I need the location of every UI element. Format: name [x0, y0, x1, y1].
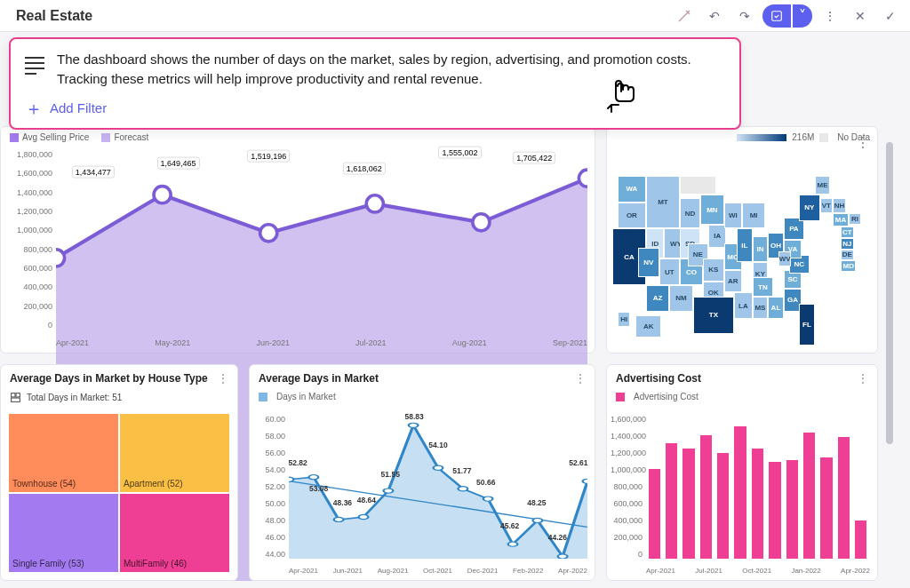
bar[interactable]	[700, 435, 712, 559]
plus-icon: ＋	[25, 99, 43, 117]
svg-point-6	[473, 214, 490, 231]
svg-point-22	[508, 542, 518, 546]
us-map[interactable]: WA OR MT ID WY CA NV UT CO AZ NM ND SD N…	[612, 161, 872, 349]
svg-point-3	[154, 187, 171, 203]
days-in-market-card: Average Days in Market⋮ Days in Market 6…	[249, 364, 595, 581]
svg-point-17	[384, 489, 394, 493]
svg-point-23	[533, 518, 543, 522]
treemap-subtitle: Total Days in Market: 51	[1, 392, 237, 409]
treemap-cell[interactable]: Apartment (52)	[119, 413, 230, 493]
svg-rect-8	[12, 393, 15, 397]
magic-icon[interactable]	[672, 4, 697, 28]
export-dropdown-icon[interactable]: ˅	[793, 4, 812, 28]
svg-rect-9	[16, 393, 20, 397]
treemap-cell[interactable]: Single Family (53)	[8, 493, 119, 573]
advertising-cost-card: Advertising Cost⋮ Advertising Cost 1,600…	[606, 364, 878, 581]
svg-point-24	[558, 554, 568, 559]
kebab-icon[interactable]: ⋮	[818, 4, 842, 28]
bar[interactable]	[803, 433, 815, 559]
add-filter-label: Add Filter	[50, 100, 107, 115]
svg-point-2	[56, 250, 65, 266]
treemap-cell[interactable]: MultiFamily (46)	[119, 493, 230, 573]
svg-rect-0	[772, 11, 782, 20]
bar[interactable]	[786, 460, 798, 559]
avg-selling-price-chart: Avg Selling Price Forecast 1,800,0001,60…	[0, 126, 595, 354]
redo-icon[interactable]: ↷	[732, 4, 757, 28]
page-title: Real Estate	[16, 8, 672, 24]
y-axis: 1,800,0001,600,0001,400,0001,200,0001,00…	[8, 150, 52, 330]
x-axis: Apr-2021Jun-2021Aug-2021Oct-2021Dec-2021…	[289, 567, 587, 575]
svg-point-18	[409, 423, 419, 427]
vertical-scrollbar[interactable]	[886, 142, 893, 444]
svg-point-19	[434, 465, 443, 470]
card-menu-icon[interactable]: ⋮	[575, 372, 586, 385]
svg-point-5	[366, 195, 383, 212]
svg-point-4	[260, 225, 277, 242]
svg-point-13	[289, 477, 293, 481]
card-menu-icon[interactable]: ⋮	[858, 372, 868, 385]
treemap[interactable]: Townhouse (54) Apartment (52) Single Fam…	[8, 413, 230, 573]
x-axis: Apr-2021May-2021Jun-2021Jul-2021Aug-2021…	[56, 338, 587, 347]
y-axis: 1,600,0001,400,0001,200,0001,000,000800,…	[611, 415, 643, 559]
svg-point-25	[583, 479, 587, 483]
house-type-treemap-card: Average Days in Market by House Type⋮ To…	[0, 364, 238, 581]
undo-icon[interactable]: ↶	[702, 4, 727, 28]
confirm-icon[interactable]: ✓	[878, 4, 903, 28]
bar[interactable]	[838, 437, 850, 559]
card-menu-icon[interactable]: ⋮	[856, 134, 870, 151]
svg-rect-10	[12, 398, 20, 401]
svg-point-21	[483, 497, 493, 501]
bar[interactable]	[752, 449, 763, 559]
bar[interactable]	[649, 469, 660, 559]
svg-point-16	[359, 514, 369, 519]
sales-by-region-map: ⋮ 216MNo Data WA OR MT ID WY CA NV UT CO…	[606, 126, 878, 354]
paragraph-icon	[25, 53, 44, 78]
bar[interactable]	[820, 457, 832, 559]
card-menu-icon[interactable]: ⋮	[218, 372, 228, 385]
bar[interactable]	[855, 520, 866, 559]
card-title: Average Days in Market	[259, 372, 379, 385]
bar[interactable]	[666, 443, 677, 559]
x-axis: Apr-2021Jul-2021Oct-2021Jan-2022Apr-2022	[646, 567, 870, 575]
bar[interactable]	[717, 453, 729, 559]
svg-point-20	[459, 487, 468, 491]
cursor-pointer-icon	[604, 78, 640, 124]
bar[interactable]	[769, 462, 780, 559]
close-icon[interactable]: ✕	[848, 4, 873, 28]
export-button[interactable]	[762, 4, 791, 28]
y-axis: 60.0058.0056.0054.0052.0050.0048.0046.00…	[253, 415, 285, 559]
svg-point-15	[334, 517, 344, 521]
treemap-cell[interactable]: Townhouse (54)	[8, 413, 119, 493]
svg-point-14	[309, 475, 319, 480]
svg-point-7	[579, 170, 587, 187]
bar[interactable]	[682, 449, 694, 559]
card-title: Average Days in Market by House Type	[10, 372, 208, 385]
bar[interactable]	[734, 426, 746, 559]
card-title: Advertising Cost	[616, 372, 701, 385]
